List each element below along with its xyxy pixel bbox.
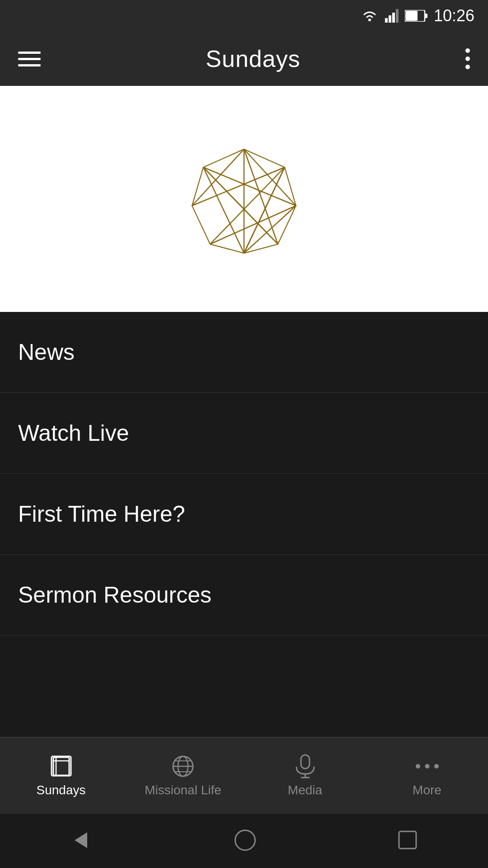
sundays-icon <box>47 754 75 778</box>
svg-rect-3 <box>392 13 395 23</box>
menu-item-news[interactable]: News <box>0 312 488 393</box>
missional-life-icon <box>169 754 197 778</box>
system-back-button[interactable] <box>69 828 94 854</box>
system-nav <box>0 814 488 868</box>
battery-icon <box>405 10 427 22</box>
system-home-button[interactable] <box>233 828 258 854</box>
status-icons: 10:26 <box>361 6 474 25</box>
svg-rect-2 <box>389 15 391 23</box>
system-recents-button[interactable] <box>396 829 419 853</box>
church-logo <box>181 136 307 262</box>
more-vert-button[interactable] <box>465 48 470 69</box>
wifi-icon <box>361 9 379 23</box>
nav-label-media: Media <box>288 783 322 797</box>
svg-rect-23 <box>52 756 71 776</box>
nav-item-media[interactable]: Media <box>244 754 366 797</box>
svg-rect-7 <box>406 11 418 21</box>
svg-line-21 <box>203 167 244 253</box>
hamburger-button[interactable] <box>18 52 41 66</box>
svg-line-15 <box>210 206 296 244</box>
menu-list: News Watch Live First Time Here? Sermon … <box>0 312 488 636</box>
app-bar: Sundays <box>0 32 488 86</box>
svg-point-41 <box>235 830 255 850</box>
menu-item-watch-live[interactable]: Watch Live <box>0 393 488 474</box>
signal-icon <box>385 9 399 23</box>
status-bar: 10:26 <box>0 0 488 32</box>
svg-point-39 <box>434 764 439 769</box>
more-icon <box>413 754 441 778</box>
svg-rect-34 <box>301 755 310 769</box>
app-title: Sundays <box>206 45 300 72</box>
logo-area <box>0 86 488 312</box>
status-time: 10:26 <box>434 6 474 25</box>
menu-item-sermon-resources[interactable]: Sermon Resources <box>0 555 488 636</box>
svg-rect-4 <box>396 9 399 23</box>
svg-line-22 <box>244 167 285 253</box>
nav-label-more: More <box>413 783 441 797</box>
nav-item-sundays[interactable]: Sundays <box>0 754 122 797</box>
svg-rect-42 <box>399 831 416 849</box>
svg-marker-40 <box>75 832 87 848</box>
media-icon <box>291 754 319 778</box>
svg-rect-1 <box>385 18 388 23</box>
nav-label-sundays: Sundays <box>37 783 86 797</box>
svg-point-38 <box>425 764 429 769</box>
nav-item-missional-life[interactable]: Missional Life <box>122 754 244 797</box>
nav-item-more[interactable]: More <box>366 754 488 797</box>
svg-point-0 <box>368 19 371 21</box>
bottom-nav: Sundays Missional Life Media <box>0 737 488 814</box>
svg-point-37 <box>416 764 420 769</box>
menu-item-first-time[interactable]: First Time Here? <box>0 474 488 555</box>
svg-rect-6 <box>425 14 427 18</box>
nav-label-missional-life: Missional Life <box>145 783 221 797</box>
